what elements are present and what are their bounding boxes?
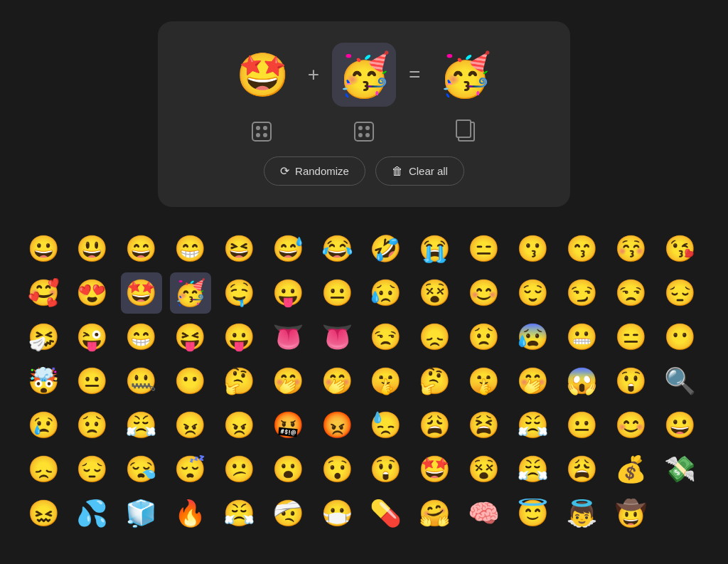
emoji-cell[interactable]: 😔 [72, 449, 113, 490]
emoji-cell[interactable]: 🤬 [267, 405, 309, 446]
emoji-cell[interactable]: 😬 [561, 316, 602, 358]
emoji-cell[interactable]: 🤐 [121, 361, 162, 402]
emoji-slot-1[interactable]: 🤩 [231, 43, 295, 107]
emoji-cell[interactable]: 😢 [23, 405, 64, 446]
emoji-result-slot[interactable]: 🥳 [433, 43, 497, 107]
emoji-cell[interactable]: 😶 [659, 316, 700, 358]
emoji-cell[interactable]: 😘 [659, 228, 700, 270]
emoji-cell[interactable]: 😁 [170, 228, 211, 270]
emoji-cell[interactable]: 😔 [659, 272, 700, 314]
emoji-cell[interactable]: 😑 [610, 316, 651, 358]
emoji-cell[interactable]: 😍 [72, 272, 113, 314]
emoji-cell[interactable]: 🤩 [414, 449, 456, 490]
emoji-cell[interactable]: 😙 [561, 228, 602, 270]
emoji-cell[interactable]: 😑 [464, 228, 505, 270]
emoji-cell[interactable]: 🤭 [513, 361, 554, 402]
emoji-cell[interactable]: 😩 [414, 405, 456, 446]
emoji-cell[interactable]: 😃 [72, 228, 113, 270]
clear-all-button[interactable]: 🗑 Clear all [375, 156, 464, 186]
emoji-cell[interactable]: 😲 [365, 449, 407, 490]
emoji-cell[interactable]: 🥳 [170, 272, 211, 314]
emoji-cell[interactable]: 🤗 [414, 493, 456, 534]
emoji-cell[interactable]: 😊 [464, 272, 505, 314]
emoji-cell[interactable]: 🤕 [267, 493, 309, 534]
emoji-cell[interactable]: 😤 [513, 405, 554, 446]
emoji-cell[interactable]: 😴 [170, 449, 211, 490]
emoji-cell[interactable]: 😷 [316, 493, 358, 534]
emoji-cell[interactable]: 🤠 [610, 493, 651, 534]
emoji-cell[interactable]: 😭 [414, 228, 456, 270]
emoji-cell[interactable]: 😠 [218, 405, 259, 446]
emoji-cell[interactable]: 👼 [561, 493, 602, 534]
emoji-cell[interactable]: 😶 [170, 361, 211, 402]
emoji-cell[interactable]: 🔥 [170, 493, 211, 534]
emoji-cell[interactable]: 💦 [72, 493, 113, 534]
emoji-cell[interactable]: 🥰 [23, 272, 64, 314]
emoji-cell[interactable]: 😚 [610, 228, 651, 270]
emoji-cell[interactable]: 😵 [464, 449, 505, 490]
slot1-dice-btn[interactable] [230, 121, 294, 142]
emoji-cell[interactable]: 💰 [610, 449, 651, 490]
emoji-cell[interactable]: 🧊 [121, 493, 162, 534]
emoji-cell[interactable]: 😐 [561, 405, 602, 446]
emoji-cell[interactable]: 😁 [121, 316, 162, 358]
emoji-cell[interactable]: 😛 [218, 316, 259, 358]
emoji-cell[interactable]: 😌 [513, 272, 554, 314]
emoji-cell[interactable]: 😠 [170, 405, 211, 446]
emoji-cell[interactable]: 👅 [316, 316, 358, 358]
emoji-cell[interactable]: 🤭 [267, 361, 309, 402]
emoji-cell[interactable]: 😵 [414, 272, 456, 314]
emoji-cell[interactable]: 😟 [72, 405, 113, 446]
emoji-cell[interactable]: 😲 [610, 361, 651, 402]
emoji-cell[interactable]: 😀 [659, 405, 700, 446]
emoji-cell[interactable]: 😂 [316, 228, 358, 270]
emoji-cell[interactable]: 🤫 [464, 361, 505, 402]
emoji-cell[interactable]: 😅 [267, 228, 309, 270]
emoji-slot-2[interactable]: 🥳 [332, 43, 396, 107]
emoji-cell[interactable]: 😇 [513, 493, 554, 534]
emoji-cell[interactable]: 💸 [659, 449, 700, 490]
randomize-button[interactable]: ⟳ Randomize [264, 156, 365, 186]
emoji-cell[interactable]: 😄 [121, 228, 162, 270]
emoji-cell[interactable]: 😓 [365, 405, 407, 446]
emoji-cell[interactable]: 😪 [121, 449, 162, 490]
emoji-cell[interactable]: 😮 [267, 449, 309, 490]
emoji-cell[interactable]: 😆 [218, 228, 259, 270]
emoji-cell[interactable]: 😒 [610, 272, 651, 314]
emoji-cell[interactable]: 🤔 [218, 361, 259, 402]
emoji-cell[interactable]: 😱 [561, 361, 602, 402]
emoji-cell[interactable]: 😫 [464, 405, 505, 446]
emoji-cell[interactable]: 🔍 [659, 361, 700, 402]
emoji-cell[interactable] [659, 493, 700, 534]
emoji-cell[interactable]: 🤧 [23, 316, 64, 358]
emoji-cell[interactable]: 🤤 [218, 272, 259, 314]
emoji-cell[interactable]: 🤭 [316, 361, 358, 402]
emoji-cell[interactable]: 😡 [316, 405, 358, 446]
emoji-cell[interactable]: 😐 [316, 272, 358, 314]
emoji-cell[interactable]: 😟 [464, 316, 505, 358]
emoji-cell[interactable]: 😞 [23, 449, 64, 490]
emoji-cell[interactable]: 😝 [170, 316, 211, 358]
emoji-cell[interactable]: 😤 [218, 493, 259, 534]
emoji-cell[interactable]: 😊 [610, 405, 651, 446]
emoji-cell[interactable]: 😀 [23, 228, 64, 270]
emoji-cell[interactable]: 😰 [513, 316, 554, 358]
emoji-cell[interactable]: 😥 [365, 272, 407, 314]
emoji-cell[interactable]: 😜 [72, 316, 113, 358]
emoji-cell[interactable]: 😏 [561, 272, 602, 314]
emoji-cell[interactable]: 😗 [513, 228, 554, 270]
emoji-cell[interactable]: 🤣 [365, 228, 407, 270]
emoji-cell[interactable]: 🤫 [365, 361, 407, 402]
emoji-cell[interactable]: 🤯 [23, 361, 64, 402]
emoji-cell[interactable]: 😖 [23, 493, 64, 534]
emoji-cell[interactable]: 😒 [365, 316, 407, 358]
emoji-cell[interactable]: 😕 [218, 449, 259, 490]
emoji-cell[interactable]: 😐 [72, 361, 113, 402]
emoji-cell[interactable]: 😞 [414, 316, 456, 358]
emoji-cell[interactable]: 🤔 [414, 361, 456, 402]
slot2-dice-btn[interactable] [332, 121, 396, 142]
emoji-cell[interactable]: 🤩 [121, 272, 162, 314]
emoji-cell[interactable]: 😛 [267, 272, 309, 314]
copy-result-btn[interactable] [434, 121, 498, 142]
emoji-cell[interactable]: 👅 [267, 316, 309, 358]
